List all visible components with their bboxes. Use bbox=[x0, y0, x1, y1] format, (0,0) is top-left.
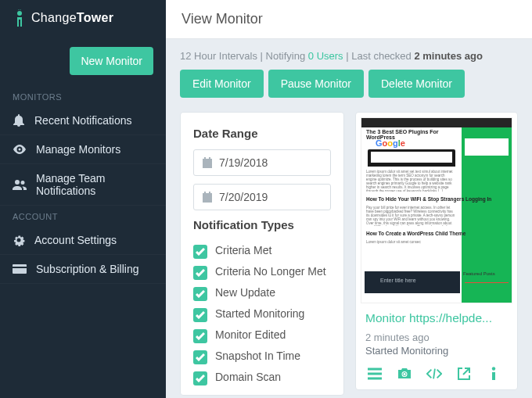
checkbox-started-monitoring[interactable]: Started Monitoring bbox=[193, 304, 331, 325]
check-icon bbox=[193, 308, 207, 322]
snapshot-ago: 2 minutes ago bbox=[361, 327, 512, 343]
gear-icon bbox=[13, 234, 25, 246]
main-area: View Monitor 12 Hour Intervals | Notifyi… bbox=[166, 0, 532, 398]
sidebar-item-subscription-billing[interactable]: Subscription & Billing bbox=[0, 255, 166, 284]
svg-rect-2 bbox=[492, 372, 495, 380]
status-line: 12 Hour Intervals | Notifying 0 Users | … bbox=[180, 50, 518, 62]
action-bar: Edit Monitor Pause Monitor Delete Monito… bbox=[180, 70, 518, 98]
check-icon bbox=[193, 350, 207, 364]
pause-monitor-button[interactable]: Pause Monitor bbox=[268, 70, 364, 98]
nav-label: Account Settings bbox=[34, 234, 117, 246]
date-from-value: 7/19/2018 bbox=[219, 156, 268, 169]
snapshot-card[interactable]: The 3 Best SEO Plugins For WordPress Goo… bbox=[355, 112, 518, 390]
filters-card: Date Range 7/19/2018 7/20/2019 Notificat… bbox=[180, 112, 344, 396]
check-icon bbox=[193, 329, 207, 343]
check-icon bbox=[193, 371, 207, 385]
checkbox-new-update[interactable]: New Update bbox=[193, 283, 331, 304]
nav-label: Recent Notifications bbox=[34, 114, 132, 127]
section-label-monitors: MONITORS bbox=[0, 86, 166, 106]
notification-types-heading: Notification Types bbox=[193, 218, 331, 231]
checkbox-snapshot-in-time[interactable]: Snapshot In Time bbox=[193, 346, 331, 368]
page-title: View Monitor bbox=[166, 0, 532, 39]
sidebar-item-recent-notifications[interactable]: Recent Notifications bbox=[0, 106, 166, 135]
info-icon[interactable] bbox=[486, 366, 501, 382]
checkbox-criteria-no-longer-met[interactable]: Criteria No Longer Met bbox=[193, 262, 331, 283]
bell-icon bbox=[13, 114, 25, 127]
eye-icon bbox=[13, 145, 27, 154]
tower-icon bbox=[13, 9, 27, 27]
open-external-icon[interactable] bbox=[456, 366, 472, 382]
camera-icon[interactable] bbox=[397, 366, 412, 382]
snapshot-actions bbox=[361, 364, 512, 382]
check-icon bbox=[193, 287, 207, 301]
date-to-field[interactable]: 7/20/2019 bbox=[193, 184, 331, 210]
date-to-value: 7/20/2019 bbox=[219, 191, 268, 203]
sidebar-item-manage-monitors[interactable]: Manage Monitors bbox=[0, 135, 166, 164]
check-icon bbox=[193, 266, 207, 280]
date-range-heading: Date Range bbox=[193, 127, 331, 140]
delete-monitor-button[interactable]: Delete Monitor bbox=[368, 70, 465, 98]
nav-label: Manage Team Notifications bbox=[36, 172, 153, 197]
calendar-icon bbox=[202, 157, 213, 168]
date-from-field[interactable]: 7/19/2018 bbox=[193, 149, 331, 176]
card-icon bbox=[13, 264, 27, 274]
checkbox-criteria-met[interactable]: Criteria Met bbox=[193, 241, 331, 262]
nav-label: Manage Monitors bbox=[36, 143, 120, 156]
edit-monitor-button[interactable]: Edit Monitor bbox=[180, 70, 264, 98]
sidebar-item-team-notifications[interactable]: Manage Team Notifications bbox=[0, 164, 166, 206]
checkbox-domain-scan[interactable]: Domain Scan bbox=[193, 368, 331, 389]
section-label-account: ACCOUNT bbox=[0, 206, 166, 226]
svg-point-0 bbox=[403, 373, 406, 376]
svg-point-1 bbox=[492, 367, 495, 370]
snapshot-status: Started Monitoring bbox=[361, 343, 512, 364]
code-icon[interactable] bbox=[426, 366, 442, 382]
new-monitor-button[interactable]: New Monitor bbox=[70, 47, 153, 75]
menu-icon[interactable] bbox=[367, 366, 383, 382]
check-icon bbox=[193, 245, 207, 259]
sidebar-item-account-settings[interactable]: Account Settings bbox=[0, 226, 166, 255]
snapshot-thumbnail: The 3 Best SEO Plugins For WordPress Goo… bbox=[361, 117, 512, 303]
checkbox-monitor-edited[interactable]: Monitor Edited bbox=[193, 325, 331, 346]
sidebar: ChangeTower New Monitor MONITORS Recent … bbox=[0, 0, 166, 398]
nav-label: Subscription & Billing bbox=[36, 263, 139, 275]
brand-logo: ChangeTower bbox=[0, 0, 166, 30]
team-icon bbox=[13, 179, 27, 190]
calendar-icon bbox=[202, 192, 213, 203]
snapshot-title: Monitor https://helpde... bbox=[361, 303, 512, 327]
